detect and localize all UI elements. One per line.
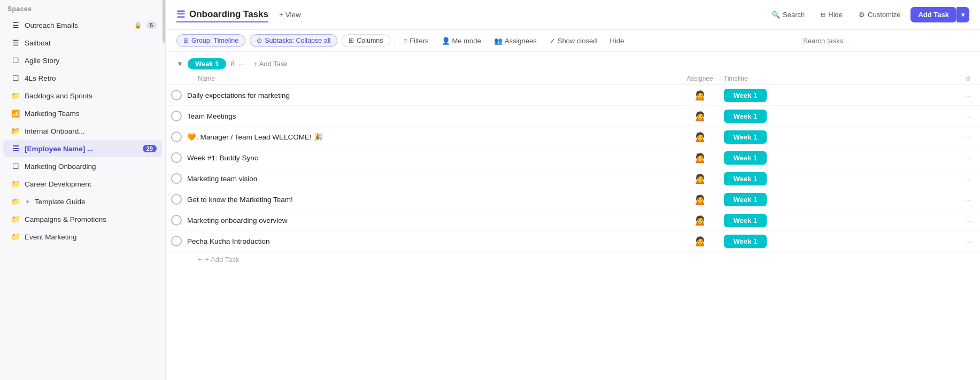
show-closed-button[interactable]: ✓ Show closed — [545, 35, 601, 47]
task-name-text: 🧡. Manager / Team Lead WELCOME! 🎉 — [187, 133, 323, 141]
add-assignee-button[interactable]: 🙍 — [691, 193, 709, 206]
task-name-cell: Get to know the Marketing Team! — [166, 189, 681, 210]
group-timeline-chip[interactable]: ⊞ Group: Timeline — [176, 34, 245, 47]
assignees-button[interactable]: 👥 Assignees — [490, 35, 541, 47]
table-row: 🧡. Manager / Team Lead WELCOME! 🎉 🙍 Week… — [166, 127, 980, 148]
columns-chip[interactable]: ⊞ Columns — [342, 34, 390, 47]
task-more-button[interactable]: ··· — [961, 236, 975, 247]
hide-fields-button[interactable]: Hide — [605, 35, 628, 47]
filters-button[interactable]: ≡ Filters — [399, 35, 433, 47]
chevron-icon[interactable]: ▼ — [176, 60, 183, 68]
plus-icon: + — [198, 255, 202, 263]
sidebar-item-employee-name[interactable]: ☰ [Employee Name] ... 29 — [3, 140, 162, 157]
task-more-button[interactable]: ··· — [961, 131, 975, 143]
more-button[interactable]: ··· — [138, 126, 148, 136]
add-button[interactable]: + — [149, 108, 157, 118]
timeline-badge[interactable]: Week 1 — [724, 172, 767, 185]
task-more-button[interactable]: ··· — [961, 173, 975, 184]
folder-icon: 📂 — [11, 126, 20, 136]
search-tasks-input[interactable] — [803, 37, 969, 45]
week-badge[interactable]: Week 1 — [188, 58, 227, 69]
task-name-text: Daily expectations for marketing — [187, 91, 290, 99]
add-task-row-button[interactable]: + + Add Task — [192, 254, 980, 265]
task-more-button[interactable]: ··· — [961, 152, 975, 164]
sidebar-item-marketing-onboarding[interactable]: ☐ Marketing Onboarding — [3, 158, 162, 175]
add-assignee-button[interactable]: 🙍 — [691, 214, 709, 227]
task-more-cell: ··· — [956, 127, 980, 148]
doc-icon: ☐ — [11, 161, 20, 171]
add-task-dropdown-button[interactable]: ▾ — [956, 7, 969, 22]
sidebar: Spaces ☰ Outreach Emails 🔒 5 ☰ Sailboat … — [0, 0, 166, 380]
add-assignee-button[interactable]: 🙍 — [691, 151, 709, 164]
add-assignee-button[interactable]: 🙍 — [691, 89, 709, 102]
add-assignee-button[interactable]: 🙍 — [691, 235, 709, 247]
customize-button[interactable]: ⚙ Customize — [853, 7, 906, 22]
timeline-badge[interactable]: Week 1 — [724, 130, 767, 144]
add-assignee-button[interactable]: 🙍 — [691, 130, 709, 143]
sidebar-item-campaigns-promotions[interactable]: 📁 Campaigns & Promotions — [3, 211, 162, 228]
table-row: Pecha Kucha Introduction 🙍 Week 1 ··· — [166, 231, 980, 252]
sidebar-item-marketing-teams[interactable]: 📶 Marketing Teams ··· + — [3, 105, 162, 122]
add-task-button[interactable]: Add Task — [910, 7, 956, 22]
sidebar-item-template-guide[interactable]: 📁 ✦ Template Guide — [3, 193, 162, 210]
task-status-circle[interactable] — [171, 194, 182, 205]
add-view-button[interactable]: + View — [274, 8, 306, 21]
task-timeline-cell: Week 1 — [719, 210, 956, 231]
task-timeline-cell: Week 1 — [719, 231, 956, 252]
hide-button[interactable]: ⊟ Hide — [815, 7, 848, 22]
sidebar-item-outreach-emails[interactable]: ☰ Outreach Emails 🔒 5 — [3, 17, 162, 34]
task-status-circle[interactable] — [171, 173, 182, 184]
scrollbar-thumb[interactable] — [163, 0, 165, 43]
task-more-cell: ··· — [956, 210, 980, 231]
col-name: Name — [166, 73, 681, 85]
task-more-button[interactable]: ··· — [961, 194, 975, 205]
more-button[interactable]: ··· — [138, 108, 148, 118]
week-header: ▼ Week 1 8 ··· + Add Task — [166, 52, 980, 73]
sidebar-header: Spaces — [0, 0, 165, 16]
timeline-badge[interactable]: Week 1 — [724, 151, 767, 165]
sidebar-item-event-marketing[interactable]: 📁 Event Marketing — [3, 228, 162, 245]
sidebar-item-sailboat[interactable]: ☰ Sailboat — [3, 34, 162, 51]
folder-icon: 📁 — [11, 91, 20, 100]
timeline-badge[interactable]: Week 1 — [724, 193, 767, 206]
timeline-badge[interactable]: Week 1 — [724, 110, 767, 123]
me-mode-button[interactable]: 👤 Me mode — [437, 35, 485, 47]
people-icon: 👥 — [494, 37, 503, 45]
subtasks-chip[interactable]: ⊙ Subtasks: Collapse all — [250, 34, 337, 47]
hide-icon: ⊟ — [821, 11, 825, 18]
sidebar-item-internal-onboard[interactable]: 📂 Internal Onboard... ··· + — [3, 122, 162, 139]
task-status-circle[interactable] — [171, 90, 182, 100]
sidebar-item-career-development[interactable]: 📁 Career Development — [3, 175, 162, 192]
search-button[interactable]: 🔍 Search — [766, 7, 811, 22]
task-more-cell: ··· — [956, 85, 980, 106]
add-assignee-button[interactable]: 🙍 — [691, 110, 709, 122]
task-name-text: Team Meetings — [187, 112, 236, 120]
timeline-badge[interactable]: Week 1 — [724, 235, 767, 248]
doc-icon: ☐ — [11, 73, 20, 83]
task-name-cell: Week #1: Buddy Sync — [166, 148, 681, 168]
doc-icon: ☐ — [11, 56, 20, 65]
add-button[interactable]: + — [149, 126, 157, 136]
task-status-circle[interactable] — [171, 215, 182, 226]
timeline-badge[interactable]: Week 1 — [724, 89, 767, 102]
task-more-button[interactable]: ··· — [961, 215, 975, 226]
sidebar-item-agile-story[interactable]: ☐ Agile Story — [3, 52, 162, 69]
table-row: Marketing team vision 🙍 Week 1 ··· — [166, 168, 980, 189]
week-add-task-button[interactable]: + Add Task — [249, 58, 292, 69]
week-more-button[interactable]: ··· — [239, 60, 245, 68]
task-status-circle[interactable] — [171, 131, 182, 142]
task-assignee-cell: 🙍 — [681, 85, 718, 106]
task-more-button[interactable]: ··· — [961, 111, 975, 122]
add-assignee-button[interactable]: 🙍 — [691, 172, 709, 185]
task-status-circle[interactable] — [171, 236, 182, 246]
sidebar-item-backlogs-sprints[interactable]: 📁 Backlogs and Sprints — [3, 87, 162, 104]
add-column-button[interactable]: ⊕ — [956, 73, 980, 85]
scrollbar-track[interactable] — [162, 0, 165, 380]
task-timeline-cell: Week 1 — [719, 127, 956, 148]
task-status-circle[interactable] — [171, 111, 182, 121]
task-status-circle[interactable] — [171, 152, 182, 163]
add-task-group: Add Task ▾ — [910, 7, 969, 22]
timeline-badge[interactable]: Week 1 — [724, 214, 767, 227]
sidebar-item-4ls-retro[interactable]: ☐ 4Ls Retro — [3, 69, 162, 87]
task-more-button[interactable]: ··· — [961, 90, 975, 101]
